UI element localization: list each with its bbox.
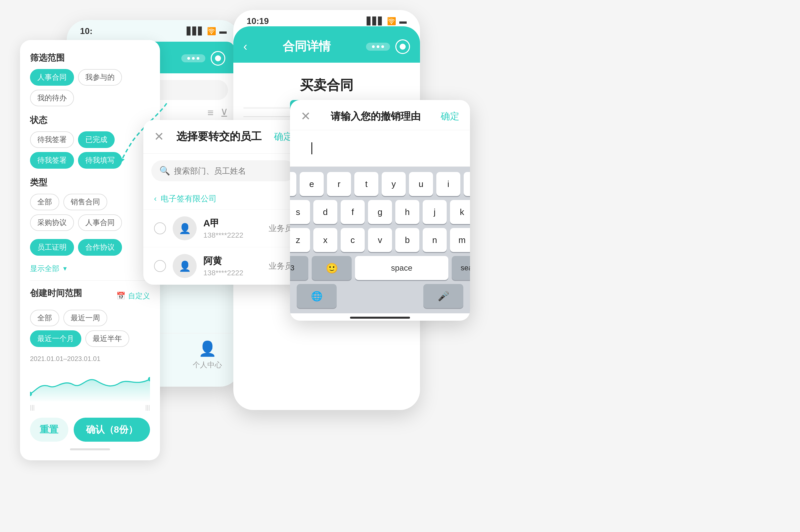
search-key[interactable]: search: [452, 256, 470, 280]
more-options-btn[interactable]: [181, 54, 205, 62]
confirm-button[interactable]: 确认（8份）: [74, 418, 150, 442]
reset-button[interactable]: 重置: [30, 418, 68, 442]
modal-cancel-confirm[interactable]: 确定: [441, 110, 459, 123]
tag-waiting-sign2[interactable]: 待我签署: [30, 152, 74, 169]
show-all-row[interactable]: 显示全部 ▼: [30, 264, 150, 274]
employee-name-b: 阿黄: [203, 255, 262, 267]
sort-icon[interactable]: ≡: [207, 107, 214, 119]
phone2-header-content: ‹ 合同详情: [243, 38, 410, 55]
modal-search-bar[interactable]: 🔍: [151, 160, 295, 181]
tag-waiting-sign[interactable]: 待我签署: [30, 131, 74, 148]
chart-svg: [30, 368, 150, 401]
key-y[interactable]: y: [382, 172, 406, 196]
key-x[interactable]: x: [313, 228, 337, 252]
chevron-left-icon: ‹: [154, 194, 157, 203]
key-t[interactable]: t: [354, 172, 378, 196]
key-d[interactable]: d: [313, 200, 337, 224]
employee-avatar-b: 👤: [173, 254, 197, 278]
key-b[interactable]: b: [395, 228, 419, 252]
key-h[interactable]: h: [395, 200, 419, 224]
tag-personnel-contract[interactable]: 人事合同: [30, 69, 74, 86]
modal-cancel-close[interactable]: ✕: [301, 109, 311, 124]
key-i[interactable]: i: [436, 172, 460, 196]
filter-type-tags: 全部 销售合同 采购协议 人事合同: [30, 194, 150, 231]
employee-radio-a[interactable]: [154, 222, 166, 234]
key-r[interactable]: r: [327, 172, 351, 196]
globe-key[interactable]: 🌐: [297, 284, 337, 308]
record-btn-2[interactable]: [395, 39, 410, 54]
modal-close-btn[interactable]: ✕: [154, 130, 164, 144]
key-f[interactable]: f: [341, 200, 365, 224]
employee-row-b: 👤 阿黄 138****2222 业务员: [143, 247, 303, 285]
space-key[interactable]: space: [355, 256, 448, 280]
key-z[interactable]: z: [290, 228, 310, 252]
key-g[interactable]: g: [368, 200, 392, 224]
nav-profile-label: 个人中心: [193, 360, 222, 370]
tag-employee-cert[interactable]: 员工证明: [30, 239, 74, 256]
tag-time-halfyear[interactable]: 最近半年: [85, 330, 129, 347]
cancel-text-area[interactable]: [290, 130, 470, 167]
keyboard-row-1: q w e r t y u i o p: [293, 172, 467, 196]
tag-waiting-fill[interactable]: 待我填写: [78, 152, 122, 169]
tag-purchase[interactable]: 采购协议: [30, 214, 74, 231]
record-btn[interactable]: [211, 51, 225, 66]
modal-cancel-header: ✕ 请输入您的撤销理由 确定: [290, 100, 470, 130]
key-c[interactable]: c: [341, 228, 365, 252]
tag-my-participated[interactable]: 我参与的: [78, 69, 122, 86]
tag-cooperation[interactable]: 合作协议: [78, 239, 122, 256]
cancel-reason-modal: ✕ 请输入您的撤销理由 确定 q w e r t y u i o p a s d…: [290, 100, 470, 321]
nav-profile[interactable]: 👤 个人中心: [193, 340, 222, 370]
key-j[interactable]: j: [423, 200, 447, 224]
filter-type-tags-2: 员工证明 合作协议: [30, 239, 150, 256]
tag-time-week[interactable]: 最近一周: [63, 310, 107, 326]
employee-name-a: A甲: [203, 217, 262, 230]
chevron-down-icon: ▼: [62, 265, 68, 272]
time-section-row: 创建时间范围 📅 自定义: [30, 287, 150, 304]
search-icon: 🔍: [159, 166, 170, 176]
modal-transfer-title: 选择要转交的员工: [176, 129, 262, 144]
tag-time-all[interactable]: 全部: [30, 310, 59, 326]
text-cursor: [311, 142, 312, 154]
key-u[interactable]: u: [409, 172, 433, 196]
tag-hr[interactable]: 人事合同: [78, 214, 122, 231]
company-breadcrumb[interactable]: ‹ 电子签有限公司: [143, 188, 303, 209]
filter-scope-title: 筛选范围: [30, 52, 150, 64]
key-k[interactable]: k: [450, 200, 470, 224]
filter-icon[interactable]: ⊻: [220, 107, 228, 119]
employee-row-a: 👤 A甲 138****2222 业务员: [143, 209, 303, 247]
num-key[interactable]: 123: [290, 256, 308, 280]
filter-panel: 筛选范围 人事合同 我参与的 我的待办 状态 待我签署 已完成 待我签署 待我填…: [20, 40, 160, 460]
key-w[interactable]: w: [290, 172, 296, 196]
employee-search-input[interactable]: [174, 166, 287, 176]
mic-key[interactable]: 🎤: [423, 284, 463, 308]
keyboard-row-4: 123 🙂 space search: [293, 256, 467, 280]
tag-time-month[interactable]: 最近一个月: [30, 330, 81, 347]
more-options-btn-2[interactable]: [366, 43, 390, 51]
status-time-1: 10:: [80, 26, 93, 36]
filter-scope-tags: 人事合同 我参与的 我的待办: [30, 69, 150, 106]
tag-my-pending[interactable]: 我的待办: [30, 90, 74, 106]
key-m[interactable]: m: [450, 228, 470, 252]
modal-transfer-header: ✕ 选择要转交的员工 确定: [143, 120, 303, 154]
tag-completed[interactable]: 已完成: [78, 131, 115, 148]
key-e[interactable]: e: [300, 172, 324, 196]
home-indicator: [350, 317, 410, 319]
time-range-text: 2021.01.01–2023.01.01: [30, 355, 150, 363]
employee-radio-b[interactable]: [154, 260, 166, 272]
filter-time-title: 创建时间范围: [30, 287, 82, 299]
filter-btn-row: 重置 确认（8份）: [30, 418, 150, 442]
filter-status-title: 状态: [30, 114, 150, 126]
key-n[interactable]: n: [423, 228, 447, 252]
emoji-key[interactable]: 🙂: [312, 256, 352, 280]
key-s[interactable]: s: [290, 200, 310, 224]
back-button[interactable]: ‹: [243, 40, 247, 54]
tag-sales[interactable]: 销售合同: [63, 194, 107, 210]
tag-all[interactable]: 全部: [30, 194, 59, 210]
profile-icon: 👤: [198, 340, 217, 357]
employee-role-b: 业务员: [269, 261, 293, 271]
status-bar-1: 10: ▋▋▋ 🛜 ▬: [66, 20, 240, 36]
key-o[interactable]: o: [464, 172, 470, 196]
status-icons-1: ▋▋▋ 🛜 ▬: [187, 27, 227, 36]
key-v[interactable]: v: [368, 228, 392, 252]
custom-time-btn[interactable]: 📅 自定义: [116, 291, 150, 301]
